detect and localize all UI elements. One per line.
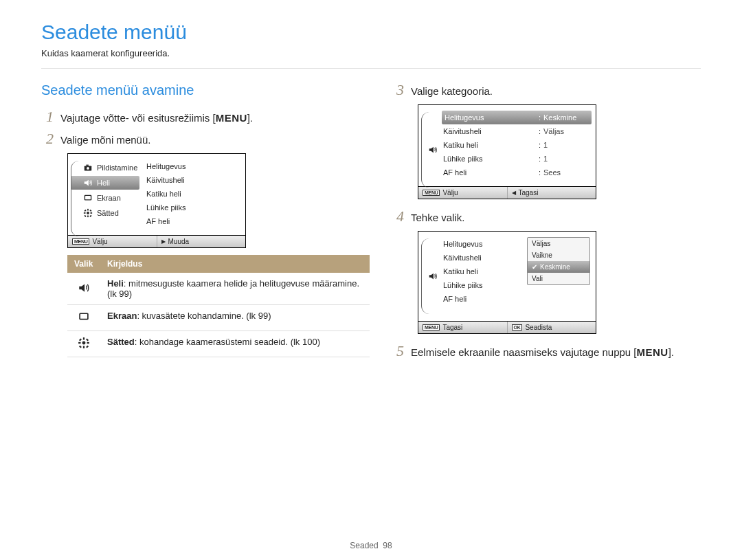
step-4: 4 Tehke valik.: [392, 209, 701, 224]
menu-button-label: MENU: [637, 346, 668, 358]
step-number: 5: [392, 344, 404, 359]
list-item: AF heli:Sees: [442, 166, 592, 179]
sidebar-item: Ekraan: [71, 191, 139, 205]
step-text: ].: [668, 346, 674, 358]
footer-left-label: Tagasi: [442, 324, 462, 331]
item-colon: :: [539, 155, 541, 163]
footer-left-label: Välju: [442, 189, 458, 197]
table-head-desc: Kirjeldus: [100, 255, 370, 273]
dropdown-item: ✔Keskmine: [528, 261, 589, 273]
sidebar-item-label: Pildistamine: [97, 164, 137, 172]
menu-key-icon: MENU: [423, 190, 440, 196]
menu-button-label: MENU: [216, 112, 247, 124]
left-arrow-icon: ◀: [512, 190, 516, 196]
step-text: Valige kategooria.: [411, 85, 493, 97]
dropdown-list: VäljasVaikne✔KeskmineVali: [527, 237, 590, 285]
step-2: 2 Valige mõni menüü.: [41, 131, 350, 146]
row-desc: : mitmesuguste kaamera helide ja helitug…: [107, 278, 359, 299]
ok-key-icon: OK: [512, 324, 523, 331]
step-text: ].: [247, 112, 253, 124]
step-number: 3: [392, 82, 404, 98]
item-label: Katiku heli: [443, 141, 536, 149]
item-label: Helitugevus: [445, 113, 536, 122]
item-colon: :: [539, 168, 541, 177]
camera-screen-category: Helitugevus:KeskmineKäivitusheli:VäljasK…: [418, 104, 596, 199]
footer-left-label: Välju: [92, 238, 107, 245]
footer-page-number: 98: [383, 541, 392, 550]
dropdown-item-label: Väljas: [532, 240, 550, 247]
item-colon: :: [539, 113, 541, 122]
display-icon: [78, 311, 90, 323]
divider: [41, 68, 701, 69]
table-head-option: Valik: [67, 255, 100, 273]
dropdown-item: Väljas: [528, 238, 589, 249]
dropdown-item: Vali: [528, 273, 589, 284]
step-1: 1 Vajutage võtte- või esitusrežiimis [ME…: [41, 109, 350, 124]
item-label: Lühike piiks: [443, 155, 536, 163]
menu-key-icon: MENU: [72, 238, 89, 245]
item-value: Sees: [543, 168, 592, 177]
table-row: Ekraan: kuvasätete kohandamine. (lk 99): [67, 305, 370, 331]
sidebar-item-label: Heli: [97, 179, 110, 187]
step-number: 2: [41, 131, 54, 146]
gear-icon: [83, 208, 93, 218]
row-desc: : kohandage kaamerasüstemi seadeid. (lk …: [135, 337, 320, 347]
item-value: 1: [543, 141, 592, 149]
step-text: Tehke valik.: [411, 212, 464, 223]
footer-right-label: Seadista: [525, 324, 552, 331]
item-value: Väljas: [543, 127, 592, 135]
sidebar-item: Pildistamine: [71, 161, 139, 175]
dropdown-item-label: Keskmine: [540, 263, 570, 271]
check-icon: ✔: [532, 263, 537, 271]
menu-key-icon: MENU: [423, 324, 440, 331]
row-title: Ekraan: [107, 311, 137, 321]
dropdown-item-label: Vali: [532, 275, 543, 282]
row-title: Heli: [107, 278, 124, 289]
speaker-icon: [83, 178, 93, 188]
step-3: 3 Valige kategooria.: [392, 82, 701, 98]
step-number: 4: [392, 209, 404, 224]
list-item: Lühike piiks: [442, 278, 510, 292]
list-item: Katiku heli:1: [442, 138, 592, 152]
item-label: Käivitusheli: [443, 127, 536, 135]
list-item: AF heli: [442, 292, 510, 306]
list-item: Helitugevus:Keskmine: [442, 111, 592, 124]
item-colon: :: [539, 141, 541, 149]
scroll-curve: [421, 238, 429, 314]
row-desc: : kuvasätete kohandamine. (lk 99): [137, 311, 271, 321]
list-item: Helitugevus: [442, 237, 510, 251]
speaker-icon: [428, 271, 438, 281]
footer-right-label: Muuda: [168, 238, 190, 245]
speaker-icon: [428, 145, 438, 155]
page-title: Seadete menüü: [41, 21, 701, 44]
footer-right-label: Tagasi: [519, 189, 539, 197]
section-title: Seadete menüü avamine: [41, 82, 350, 98]
right-arrow-icon: ▶: [161, 238, 166, 245]
list-item: Helitugevus: [145, 159, 241, 173]
sidebar-item: Sätted: [71, 206, 139, 220]
list-item: Käivitusheli:Väljas: [442, 124, 592, 138]
options-table: Valik Kirjeldus Heli: mitmesuguste kaame…: [67, 255, 370, 357]
gear-icon: [78, 337, 90, 349]
sidebar-item-label: Sätted: [97, 209, 119, 217]
speaker-icon: [78, 282, 90, 294]
camera-icon: [83, 163, 93, 172]
list-item: Käivitusheli: [145, 173, 241, 187]
intro-text: Kuidas kaamerat konfigureerida.: [41, 48, 701, 58]
table-row: Heli: mitmesuguste kaamera helide ja hel…: [67, 273, 370, 305]
sidebar-item-label: Ekraan: [97, 194, 121, 202]
camera-screen-choice: HelitugevusKäivitusheliKatiku heliLühike…: [418, 231, 596, 334]
list-item: Katiku heli: [442, 265, 510, 278]
page-footer: Seaded 98: [0, 541, 742, 550]
scroll-curve: [71, 161, 79, 236]
step-5: 5 Eelmisele ekraanile naasmiseks vajutag…: [392, 344, 701, 359]
item-value: Keskmine: [543, 113, 592, 122]
item-value: 1: [543, 155, 592, 163]
dropdown-item-label: Vaikne: [532, 251, 552, 259]
list-item: Katiku heli: [145, 187, 241, 201]
display-icon: [83, 193, 93, 203]
row-title: Sätted: [107, 337, 135, 347]
camera-screen-menu: PildistamineHeliEkraanSätted Helitugevus…: [67, 153, 246, 248]
step-text: Eelmisele ekraanile naasmiseks vajutage …: [411, 346, 637, 358]
list-item: Lühike piiks: [145, 201, 241, 214]
